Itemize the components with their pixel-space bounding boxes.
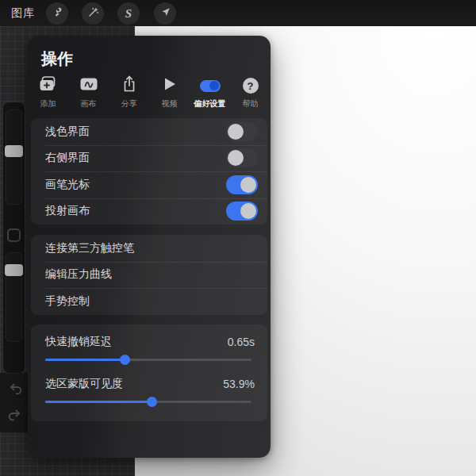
tab-share[interactable]: 分享 [109, 76, 149, 111]
row-label: 画笔光标 [45, 178, 226, 192]
tab-preferences[interactable]: 偏好设置 [190, 76, 230, 111]
tab-help[interactable]: ? 帮助 [230, 76, 271, 111]
toggle-row-project-canvas: 投射画布 [31, 198, 267, 225]
tab-label: 视频 [162, 98, 178, 109]
toggle-row-brush-cursor: 画笔光标 [31, 171, 267, 198]
gesture-controls-button[interactable]: 手势控制 [31, 288, 267, 315]
interface-toggle-group: 浅色界面 右侧界面 画笔光标 投射画布 [31, 118, 267, 225]
project-canvas-toggle[interactable] [226, 202, 258, 221]
brush-size-slider[interactable] [6, 109, 22, 205]
gallery-button[interactable]: 图库 [11, 6, 35, 21]
undo-icon[interactable] [6, 381, 24, 398]
undo-delay-slider[interactable] [45, 354, 251, 365]
row-label: 投射画布 [45, 204, 226, 218]
add-stack-icon [38, 75, 59, 96]
adjustments-tool-button[interactable] [82, 2, 104, 25]
selection-tool-button[interactable]: S [117, 2, 140, 25]
share-icon [121, 75, 137, 97]
row-label: 连接第三方触控笔 [45, 241, 258, 255]
panel-title: 操作 [41, 48, 271, 70]
tab-label: 分享 [121, 98, 137, 109]
undo-delay-slider-row: 快速撤销延迟 0.65s [31, 330, 267, 372]
slider-value: 53.9% [223, 378, 255, 390]
wrench-icon [52, 6, 63, 21]
slider-label: 选区蒙版可见度 [45, 377, 223, 391]
actions-panel: 操作 添加 画布 分享 [28, 36, 271, 458]
row-label: 右侧界面 [45, 151, 226, 165]
slider-knob[interactable] [120, 355, 130, 365]
magic-wand-icon [87, 6, 99, 21]
row-label: 编辑压力曲线 [45, 267, 258, 282]
slider-group: 快速撤销延迟 0.65s 选区蒙版可见度 53.9% [31, 324, 267, 421]
slider-value: 0.65s [228, 336, 255, 348]
modify-button[interactable] [7, 228, 21, 242]
tab-label: 画布 [81, 98, 97, 109]
settings-button-group: 连接第三方触控笔 编辑压力曲线 手势控制 [31, 235, 267, 315]
tab-add[interactable]: 添加 [28, 76, 68, 111]
actions-tool-button[interactable] [46, 2, 68, 25]
tab-canvas[interactable]: 画布 [68, 76, 109, 111]
slider-label: 快速撤销延迟 [45, 335, 228, 349]
transform-tool-button[interactable] [154, 2, 176, 25]
redo-icon[interactable] [6, 407, 24, 424]
toggle-row-light-interface: 浅色界面 [31, 118, 267, 145]
slider-knob[interactable] [147, 397, 157, 407]
row-label: 浅色界面 [45, 125, 226, 139]
right-interface-toggle[interactable] [226, 148, 258, 167]
preferences-toggle-icon [200, 80, 221, 92]
edit-pressure-curve-button[interactable]: 编辑压力曲线 [31, 262, 267, 289]
video-play-icon [163, 76, 177, 95]
brush-size-handle[interactable] [5, 145, 23, 157]
selection-mask-slider[interactable] [45, 396, 251, 407]
canvas-icon [79, 76, 99, 95]
light-interface-toggle[interactable] [226, 122, 258, 141]
tab-label: 帮助 [243, 98, 259, 109]
tab-label: 偏好设置 [194, 98, 226, 109]
brush-opacity-handle[interactable] [5, 264, 23, 276]
selection-mask-slider-row: 选区蒙版可见度 53.9% [31, 372, 267, 414]
actions-tabbar: 添加 画布 分享 视频 偏好设置 ? [28, 76, 271, 111]
row-label: 手势控制 [45, 294, 258, 309]
tab-video[interactable]: 视频 [149, 76, 190, 111]
help-icon: ? [243, 78, 259, 94]
connect-stylus-button[interactable]: 连接第三方触控笔 [31, 235, 267, 262]
top-toolbar: 图库 S [0, 0, 476, 26]
sidebar-toolbar [3, 102, 25, 373]
transform-arrow-icon [159, 6, 171, 21]
toggle-row-right-interface: 右侧界面 [31, 145, 267, 172]
brush-cursor-toggle[interactable] [226, 175, 258, 194]
tab-label: 添加 [40, 98, 56, 109]
selection-s-icon: S [125, 8, 132, 20]
